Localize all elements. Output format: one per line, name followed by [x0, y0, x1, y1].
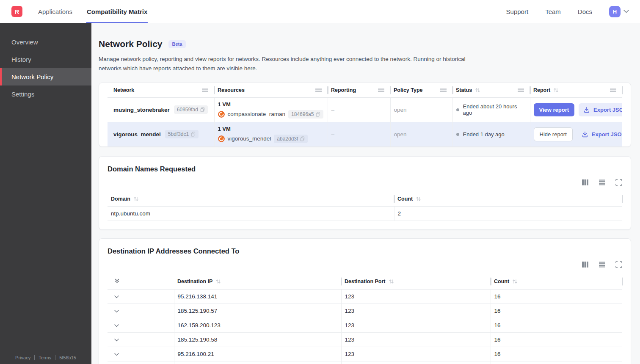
resource-name[interactable]: compassionate_raman [228, 111, 286, 117]
sidebar-item-overview[interactable]: Overview [0, 33, 91, 51]
nav-link-team[interactable]: Team [545, 8, 561, 15]
chevron-down-icon[interactable] [114, 353, 119, 356]
sort-icon[interactable] [416, 196, 421, 201]
primary-tabs: Applications Compatibility Matrix [38, 0, 147, 23]
column-header-policy-type[interactable]: Policy Type [390, 83, 452, 98]
sort-icon[interactable] [512, 279, 518, 284]
copy-icon[interactable] [316, 112, 320, 117]
column-resize-handle-icon[interactable] [518, 88, 524, 91]
column-divider[interactable] [394, 195, 395, 203]
rows-icon[interactable] [599, 179, 606, 186]
column-resize-handle-icon[interactable] [440, 88, 447, 91]
network-id-pill[interactable]: 60959fad [174, 105, 208, 114]
column-divider[interactable] [622, 277, 623, 285]
resource-name[interactable]: vigorous_mendel [228, 135, 271, 142]
column-header-reporting[interactable]: Reporting [328, 83, 390, 98]
column-divider[interactable] [452, 86, 453, 94]
status-dot-icon [456, 133, 459, 136]
user-menu[interactable]: H [609, 6, 629, 17]
domain-row[interactable]: ntp.ubuntu.com 2 [108, 206, 622, 221]
footer-divider [55, 355, 55, 360]
privacy-link[interactable]: Privacy [15, 355, 30, 360]
copy-icon[interactable] [191, 132, 196, 137]
sidebar-item-network-policy[interactable]: Network Policy [0, 68, 91, 85]
column-resize-handle-icon[interactable] [378, 88, 384, 91]
reporting-value: – [331, 107, 335, 113]
avatar[interactable]: H [609, 6, 621, 17]
column-divider[interactable] [530, 86, 531, 94]
sidebar-item-settings[interactable]: Settings [0, 85, 91, 103]
column-header-count[interactable]: Count [394, 192, 622, 207]
column-divider[interactable] [622, 195, 623, 203]
networks-table: Network Resources Reporting Policy Type [108, 83, 622, 146]
resource-id-pill[interactable]: aba2dd3f [274, 135, 308, 143]
column-header-count[interactable]: Count [491, 274, 622, 290]
column-header-resources[interactable]: Resources [214, 83, 328, 98]
column-header-destination-ip[interactable]: Destination IP [174, 274, 341, 290]
networks-table-card: Network Resources Reporting Policy Type [99, 83, 631, 147]
network-id-pill[interactable]: 5bdf3dc1 [165, 130, 199, 138]
destination-row[interactable]: 95.216.100.21 123 16 [108, 347, 622, 361]
column-header-report[interactable]: Report [530, 83, 622, 98]
chevron-down-icon[interactable] [114, 324, 119, 327]
network-row[interactable]: vigorous_mendel 5bdf3dc1 1 VM vigorous_m… [108, 122, 622, 146]
double-chevron-down-icon[interactable] [114, 278, 120, 284]
sidebar-item-history[interactable]: History [0, 51, 91, 68]
sort-icon[interactable] [389, 279, 394, 284]
column-divider[interactable] [341, 277, 342, 285]
destination-row[interactable]: 162.159.200.123 123 16 [108, 318, 622, 332]
hide-report-button[interactable]: Hide report [534, 127, 573, 141]
columns-icon[interactable] [582, 179, 589, 186]
column-header-network[interactable]: Network [108, 83, 214, 98]
columns-icon[interactable] [582, 261, 589, 268]
tab-compatibility-matrix[interactable]: Compatibility Matrix [87, 0, 147, 23]
brand-logo[interactable]: R [11, 6, 22, 17]
column-divider[interactable] [327, 86, 328, 94]
chevron-down-icon[interactable] [114, 339, 119, 342]
network-row[interactable]: musing_stonebraker 60959fad 1 VM compass… [108, 97, 622, 122]
page-description: Manage network policy, reporting and vie… [99, 55, 473, 74]
column-divider[interactable] [490, 277, 491, 285]
copy-icon[interactable] [200, 107, 205, 112]
sort-icon[interactable] [133, 196, 139, 201]
column-divider[interactable] [622, 86, 623, 94]
fullscreen-icon[interactable] [615, 261, 622, 268]
rows-icon[interactable] [599, 261, 606, 268]
export-json-button[interactable]: Export JSON [577, 128, 622, 141]
column-resize-handle-icon[interactable] [610, 88, 616, 91]
chevron-down-icon[interactable] [114, 310, 119, 313]
export-json-button[interactable]: Export JSON [579, 103, 622, 116]
destination-row[interactable]: 185.125.190.57 123 16 [108, 303, 622, 318]
status-text: Ended 1 day ago [463, 131, 505, 138]
column-header-status[interactable]: Status [452, 83, 530, 98]
chevron-down-icon[interactable] [114, 295, 119, 298]
view-report-button[interactable]: View report [534, 103, 575, 116]
column-divider[interactable] [214, 86, 215, 94]
resource-id-pill[interactable]: 184696a5 [288, 110, 323, 119]
sort-icon[interactable] [553, 88, 559, 93]
column-resize-handle-icon[interactable] [202, 88, 208, 91]
table-toolbar [108, 179, 622, 186]
expand-all-header[interactable] [108, 274, 174, 290]
policy-type-value: open [394, 131, 407, 138]
sort-icon[interactable] [215, 279, 221, 284]
sidebar: Overview History Network Policy Settings… [0, 23, 91, 364]
destination-row[interactable]: 185.125.190.58 123 16 [108, 332, 622, 347]
destination-port-value: 123 [341, 347, 491, 361]
count-value: 16 [491, 318, 622, 332]
fullscreen-icon[interactable] [615, 179, 622, 186]
destination-row[interactable]: 95.216.138.141 123 16 [108, 289, 622, 303]
column-resize-handle-icon[interactable] [315, 88, 322, 91]
sort-icon[interactable] [475, 88, 480, 93]
column-divider[interactable] [390, 86, 391, 94]
policy-type-value: open [394, 107, 407, 113]
page-header: Network Policy Beta [99, 39, 631, 49]
copy-icon[interactable] [300, 136, 305, 141]
nav-link-support[interactable]: Support [506, 8, 529, 15]
terms-link[interactable]: Terms [39, 355, 51, 360]
nav-link-docs[interactable]: Docs [578, 8, 592, 15]
tab-applications[interactable]: Applications [38, 0, 72, 23]
column-header-destination-port[interactable]: Destination Port [341, 274, 491, 290]
column-header-domain[interactable]: Domain [108, 192, 394, 207]
destination-ip-value: 162.159.200.123 [174, 318, 341, 332]
